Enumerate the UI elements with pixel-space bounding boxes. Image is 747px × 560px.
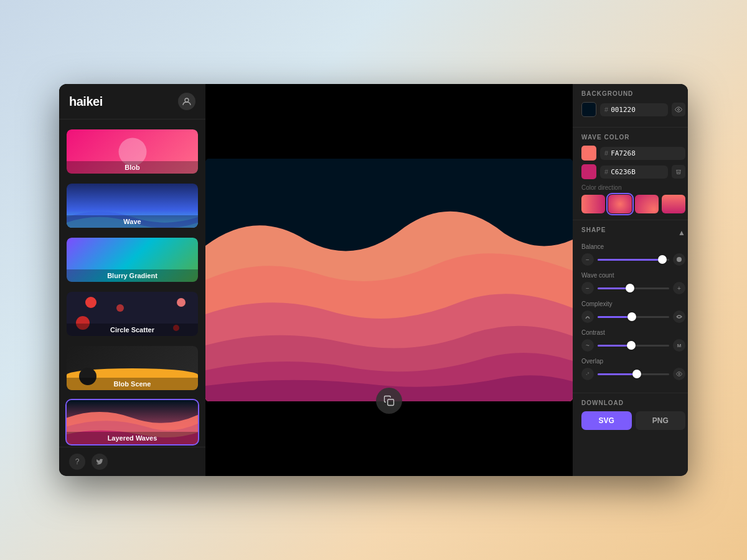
sidebar-items-list: Blob Wave (59, 119, 205, 447)
balance-track[interactable] (598, 259, 669, 261)
contrast-label: Contrast (581, 329, 685, 336)
svg-point-5 (679, 373, 680, 375)
complexity-increase-button[interactable] (673, 310, 685, 323)
background-color-swatch[interactable] (581, 102, 596, 117)
overlap-increase-button[interactable] (673, 368, 685, 380)
download-png-button[interactable]: PNG (636, 411, 686, 430)
background-color-row: # (581, 102, 685, 117)
balance-increase-button[interactable] (673, 253, 685, 266)
contrast-decrease-button[interactable]: ~ (581, 339, 594, 352)
wave-hex-input-1[interactable] (611, 149, 648, 157)
wave-color-section: Wave color # # (573, 128, 688, 220)
wave-count-decrease-button[interactable]: − (581, 282, 594, 294)
sidebar-item-blob-scene[interactable]: Blob Scene (59, 341, 205, 395)
background-section: Background # (573, 84, 688, 128)
complexity-decrease-button[interactable] (581, 310, 594, 323)
background-hex-input[interactable] (611, 106, 648, 114)
shape-section-title: SHAPE (581, 226, 606, 233)
help-button[interactable]: ? (69, 454, 85, 470)
sidebar-item-circle-scatter[interactable]: Circle Scatter (59, 287, 205, 341)
sidebar-item-wave[interactable]: Wave (59, 179, 205, 233)
wave-color-input-1: # (600, 147, 685, 160)
color-dir-radial-center[interactable] (608, 195, 632, 213)
wave-color-swatch-2[interactable] (581, 164, 596, 179)
sidebar-footer: ? (59, 447, 205, 476)
complexity-slider-row: Complexity (581, 301, 685, 323)
wave-color-swatch-1[interactable] (581, 146, 596, 161)
sidebar-item-wave-label: Wave (67, 215, 198, 228)
color-dir-radial-corner[interactable] (635, 195, 659, 213)
app-logo: haikei (69, 95, 103, 109)
complexity-thumb[interactable] (627, 312, 636, 321)
contrast-fill (598, 345, 631, 347)
overlap-fill (598, 373, 637, 375)
sidebar-item-blob-scene-label: Blob Scene (67, 378, 198, 390)
color-dir-gradient-v[interactable] (662, 195, 685, 213)
balance-slider-row: Balance − (581, 243, 685, 266)
wave-count-slider-row: Wave count − + (581, 272, 685, 294)
shape-section-header: SHAPE ▲ (581, 226, 685, 238)
overlap-label: Overlap (581, 358, 685, 365)
svg-rect-2 (388, 399, 394, 406)
shape-collapse-button[interactable]: ▲ (678, 228, 685, 237)
overlap-slider-row: Overlap ◦° (581, 358, 685, 380)
right-panel: Background # Wave color (573, 84, 688, 476)
overlap-thumb[interactable] (632, 370, 641, 378)
canvas-container (205, 159, 573, 401)
complexity-control (581, 310, 685, 323)
user-icon-button[interactable] (178, 93, 195, 110)
background-visibility-button[interactable] (672, 103, 685, 116)
balance-label: Balance (581, 243, 685, 250)
overlap-track[interactable] (598, 373, 669, 375)
balance-control: − (581, 253, 685, 266)
color-dir-gradient-h[interactable] (581, 195, 605, 213)
contrast-thumb[interactable] (627, 341, 636, 350)
wave-color-row-1: # (581, 146, 685, 161)
main-canvas-area (205, 84, 573, 476)
sidebar-item-layered-waves-label: Layered Waves (67, 432, 198, 444)
wave-color-row-2: # (581, 164, 685, 179)
wave-count-increase-button[interactable]: + (673, 282, 685, 294)
download-svg-button[interactable]: SVG (581, 411, 632, 430)
canvas-svg (205, 159, 573, 401)
contrast-track[interactable] (598, 345, 669, 347)
color-direction-row (581, 195, 685, 213)
download-buttons: SVG PNG (581, 411, 685, 430)
complexity-track[interactable] (598, 316, 669, 318)
complexity-label: Complexity (581, 301, 685, 307)
wave-hex-input-2[interactable] (611, 168, 648, 176)
download-section-title: DOWNLOAD (581, 399, 685, 406)
shape-section: SHAPE ▲ Balance − Wav (573, 220, 688, 393)
wave-color-input-2: # (600, 166, 668, 179)
wave-count-control: − + (581, 282, 685, 294)
twitter-button[interactable] (92, 454, 108, 470)
app-window: haikei Blob (59, 84, 688, 476)
complexity-fill (598, 316, 632, 318)
overlap-control: ◦° (581, 368, 685, 380)
background-section-title: Background (581, 90, 685, 97)
overlap-decrease-button[interactable]: ◦° (581, 368, 594, 380)
background-color-input: # (600, 103, 668, 116)
canvas-background (205, 159, 573, 401)
sidebar-header: haikei (59, 84, 205, 119)
svg-point-4 (677, 257, 682, 262)
wave-color-delete-button[interactable] (672, 165, 685, 179)
wave-color-section-title: Wave color (581, 134, 685, 141)
balance-decrease-button[interactable]: − (581, 253, 594, 266)
balance-fill (598, 259, 662, 261)
color-direction-label: Color direction (581, 184, 685, 191)
contrast-increase-button[interactable]: M (673, 339, 685, 352)
sidebar-item-blurry-gradient[interactable]: Blurry Gradient (59, 233, 205, 287)
sidebar-item-circle-scatter-label: Circle Scatter (67, 324, 198, 336)
wave-count-label: Wave count (581, 272, 685, 279)
svg-point-3 (678, 109, 680, 111)
contrast-slider-row: Contrast ~ M (581, 329, 685, 352)
balance-thumb[interactable] (658, 255, 667, 264)
download-section: DOWNLOAD SVG PNG (573, 393, 688, 436)
sidebar-item-blob[interactable]: Blob (59, 124, 205, 179)
copy-svg-button[interactable] (376, 388, 402, 414)
wave-count-track[interactable] (598, 287, 669, 289)
sidebar-item-layered-waves[interactable]: Layered Waves (59, 395, 205, 447)
sidebar-item-blurry-gradient-label: Blurry Gradient (67, 269, 198, 282)
wave-count-thumb[interactable] (626, 284, 634, 292)
